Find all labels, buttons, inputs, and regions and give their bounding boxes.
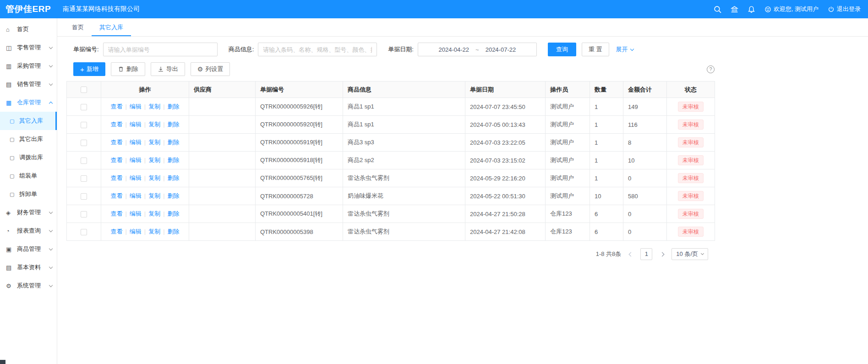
cell-operator: 测试用户 xyxy=(546,169,590,187)
row-action-copy[interactable]: 复制 xyxy=(148,174,160,181)
sidebar-item-retail[interactable]: ◫零售管理 xyxy=(0,38,57,57)
tab-other-inbound[interactable]: 其它入库 xyxy=(92,18,131,36)
sidebar-item-purchase[interactable]: ▥采购管理 xyxy=(0,57,57,75)
cell-date: 2024-07-03 23:22:05 xyxy=(465,134,546,152)
row-action-view[interactable]: 查看 xyxy=(110,228,122,235)
table-body: 查看|编辑|复制|删除QTRK00000005926[转]商品1 sp12024… xyxy=(67,98,715,241)
row-action-edit[interactable]: 编辑 xyxy=(130,139,142,146)
action-separator: | xyxy=(144,157,146,163)
product-info-input[interactable] xyxy=(258,43,377,56)
cell-actions: 查看|编辑|复制|删除 xyxy=(101,116,189,134)
reset-button[interactable]: 重 置 xyxy=(582,43,609,56)
prev-page-button[interactable] xyxy=(626,249,636,260)
page-size-select[interactable]: 10 条/页 xyxy=(671,248,708,260)
row-action-view[interactable]: 查看 xyxy=(110,157,122,163)
row-checkbox[interactable] xyxy=(81,211,87,217)
row-checkbox[interactable] xyxy=(81,158,87,164)
row-action-copy[interactable]: 复制 xyxy=(148,103,160,110)
row-action-edit[interactable]: 编辑 xyxy=(130,103,142,110)
table-row: 查看|编辑|复制|删除QTRK00000005401[转]雷达杀虫气雾剂2024… xyxy=(67,205,715,223)
cell-qty: 1 xyxy=(590,98,623,116)
select-all-checkbox[interactable] xyxy=(81,87,87,93)
search-button[interactable]: 查询 xyxy=(548,43,576,56)
chevron-down-icon xyxy=(49,265,53,268)
row-action-edit[interactable]: 编辑 xyxy=(130,121,142,128)
sidebar-subitem-other-outbound[interactable]: ▢其它出库 xyxy=(0,130,57,148)
date-range-input[interactable]: 2024-04-22 ~ 2024-07-22 xyxy=(418,43,537,56)
row-checkbox[interactable] xyxy=(81,122,87,128)
row-action-delete[interactable]: 删除 xyxy=(168,174,180,181)
sidebar-item-basic[interactable]: ▤基本资料 xyxy=(0,258,57,277)
sidebar-item-warehouse[interactable]: ▦仓库管理 xyxy=(0,93,57,112)
row-checkbox[interactable] xyxy=(81,104,87,110)
row-action-edit[interactable]: 编辑 xyxy=(130,192,142,199)
row-action-delete[interactable]: 删除 xyxy=(168,121,180,128)
chevron-down-icon xyxy=(49,246,53,250)
row-checkbox[interactable] xyxy=(81,229,87,235)
row-action-edit[interactable]: 编辑 xyxy=(130,210,142,217)
sidebar-item-label: 采购管理 xyxy=(17,62,41,70)
row-action-copy[interactable]: 复制 xyxy=(148,228,160,235)
row-action-delete[interactable]: 删除 xyxy=(168,210,180,217)
cell-actions: 查看|编辑|复制|删除 xyxy=(101,169,189,187)
bell-icon[interactable] xyxy=(748,5,755,13)
action-separator: | xyxy=(125,121,126,128)
sidebar-item-reports[interactable]: ◔报表查询 xyxy=(0,222,57,240)
doc-no-input[interactable] xyxy=(103,43,218,56)
row-action-delete[interactable]: 删除 xyxy=(168,228,180,235)
row-checkbox[interactable] xyxy=(81,193,87,200)
row-action-edit[interactable]: 编辑 xyxy=(130,228,142,235)
sidebar-subitem-transfer-outbound[interactable]: ▢调拨出库 xyxy=(0,148,57,167)
row-checkbox[interactable] xyxy=(81,175,87,182)
sidebar-item-system[interactable]: ⚙系统管理 xyxy=(0,277,57,295)
sidebar-item-finance[interactable]: ◈财务管理 xyxy=(0,203,57,222)
row-action-view[interactable]: 查看 xyxy=(110,103,122,110)
sidebar-item-sales[interactable]: ▤销售管理 xyxy=(0,75,57,93)
delete-button[interactable]: 删除 xyxy=(111,62,145,76)
row-action-edit[interactable]: 编辑 xyxy=(130,174,142,181)
cell-qty: 6 xyxy=(590,223,623,241)
company-name: 南通某某网络科技有限公司 xyxy=(63,5,140,13)
sidebar-item-home[interactable]: ⌂首页 xyxy=(0,20,57,38)
welcome-user[interactable]: 欢迎您, 测试用户 xyxy=(764,5,819,13)
action-separator: | xyxy=(125,157,126,163)
row-action-view[interactable]: 查看 xyxy=(110,121,122,128)
action-separator: | xyxy=(144,139,146,146)
row-action-copy[interactable]: 复制 xyxy=(148,157,160,163)
sidebar-collapse-handle[interactable] xyxy=(0,360,5,364)
cell-qty: 1 xyxy=(590,134,623,152)
export-button[interactable]: 导出 xyxy=(151,62,185,76)
cell-actions: 查看|编辑|复制|删除 xyxy=(101,152,189,169)
sidebar-subitem-assembly-order[interactable]: ▢组装单 xyxy=(0,167,57,185)
row-action-copy[interactable]: 复制 xyxy=(148,192,160,199)
column-settings-button[interactable]: ⚙ 列设置 xyxy=(191,62,230,76)
search-icon[interactable] xyxy=(714,5,721,13)
current-page-button[interactable]: 1 xyxy=(640,248,652,260)
row-action-delete[interactable]: 删除 xyxy=(168,139,180,146)
tab-home[interactable]: 首页 xyxy=(64,18,92,36)
row-action-delete[interactable]: 删除 xyxy=(168,192,180,199)
row-action-edit[interactable]: 编辑 xyxy=(130,157,142,163)
row-action-view[interactable]: 查看 xyxy=(110,210,122,217)
row-action-delete[interactable]: 删除 xyxy=(168,157,180,163)
row-action-view[interactable]: 查看 xyxy=(110,174,122,181)
row-action-view[interactable]: 查看 xyxy=(110,139,122,146)
basic-icon: ▤ xyxy=(6,264,14,271)
row-checkbox[interactable] xyxy=(81,140,87,146)
help-icon[interactable]: ? xyxy=(707,65,715,73)
sidebar-subitem-disassembly-order[interactable]: ▢拆卸单 xyxy=(0,185,57,203)
logout-button[interactable]: 退出登录 xyxy=(828,5,861,13)
sidebar-subitem-other-inbound[interactable]: ▢其它入库 xyxy=(0,112,57,130)
row-action-copy[interactable]: 复制 xyxy=(148,210,160,217)
date-to-value[interactable]: 2024-07-22 xyxy=(486,46,516,53)
row-action-view[interactable]: 查看 xyxy=(110,192,122,199)
expand-filters-link[interactable]: 展开 xyxy=(616,45,633,54)
date-from-value[interactable]: 2024-04-22 xyxy=(439,46,469,53)
sidebar-item-goods[interactable]: ▣商品管理 xyxy=(0,240,57,258)
row-action-copy[interactable]: 复制 xyxy=(148,139,160,146)
next-page-button[interactable] xyxy=(657,249,667,260)
row-action-delete[interactable]: 删除 xyxy=(168,103,180,110)
add-button[interactable]: + 新增 xyxy=(73,62,105,76)
bank-icon[interactable] xyxy=(731,5,738,13)
row-action-copy[interactable]: 复制 xyxy=(148,121,160,128)
